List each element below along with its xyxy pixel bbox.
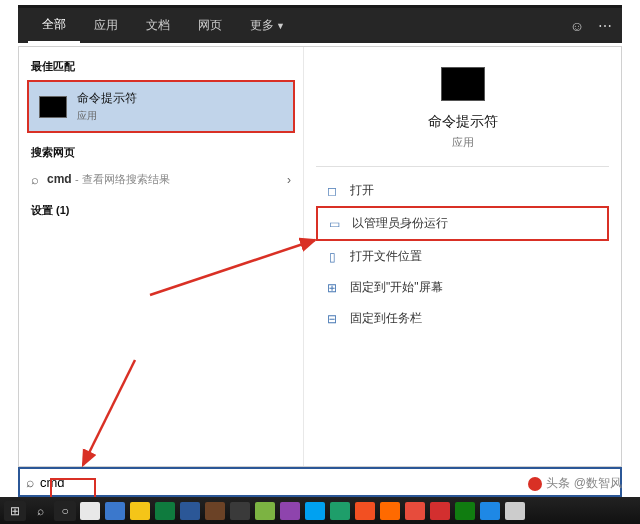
taskbar: ⊞ ⌕ ○	[0, 497, 640, 524]
taskbar-app-icon[interactable]	[229, 501, 251, 521]
cmd-app-icon	[39, 96, 67, 118]
attribution: 头条 @数智风	[528, 475, 622, 492]
search-input[interactable]	[40, 475, 100, 490]
best-match-subtitle: 应用	[77, 109, 137, 123]
section-settings: 设置 (1)	[19, 199, 303, 224]
section-best-match: 最佳匹配	[19, 55, 303, 80]
more-options-icon[interactable]: ⋯	[598, 18, 612, 34]
section-search-web: 搜索网页	[19, 141, 303, 166]
folder-icon: ▯	[324, 250, 340, 264]
taskbar-app-icon[interactable]	[379, 501, 401, 521]
cortana-icon[interactable]: ○	[54, 501, 76, 521]
taskbar-app-icon[interactable]	[254, 501, 276, 521]
actions-list: ◻打开 ▭以管理员身份运行 ▯打开文件位置 ⊞固定到"开始"屏幕 ⊟固定到任务栏	[316, 175, 609, 334]
results-right-pane: 命令提示符 应用 ◻打开 ▭以管理员身份运行 ▯打开文件位置 ⊞固定到"开始"屏…	[304, 47, 621, 466]
results-left-pane: 最佳匹配 命令提示符 应用 搜索网页 ⌕ cmd - 查看网络搜索结果 › 设置…	[19, 47, 304, 466]
open-icon: ◻	[324, 184, 340, 198]
admin-icon: ▭	[326, 217, 342, 231]
action-pin-start[interactable]: ⊞固定到"开始"屏幕	[316, 272, 609, 303]
divider	[316, 166, 609, 167]
tab-more[interactable]: 更多▼	[236, 9, 299, 42]
action-pin-taskbar[interactable]: ⊟固定到任务栏	[316, 303, 609, 334]
best-match-item[interactable]: 命令提示符 应用	[27, 80, 295, 133]
chevron-right-icon: ›	[287, 173, 291, 187]
taskbar-app-icon[interactable]	[329, 501, 351, 521]
taskbar-app-icon[interactable]	[104, 501, 126, 521]
taskbar-app-icon[interactable]	[279, 501, 301, 521]
pin-taskbar-icon: ⊟	[324, 312, 340, 326]
tab-all[interactable]: 全部	[28, 8, 80, 43]
taskbar-app-icon[interactable]	[479, 501, 501, 521]
taskbar-app-icon[interactable]	[204, 501, 226, 521]
taskbar-search-icon[interactable]: ⌕	[29, 501, 51, 521]
taskbar-app-icon[interactable]	[404, 501, 426, 521]
search-results-panel: 最佳匹配 命令提示符 应用 搜索网页 ⌕ cmd - 查看网络搜索结果 › 设置…	[18, 46, 622, 467]
search-icon: ⌕	[31, 172, 39, 187]
tab-apps[interactable]: 应用	[80, 9, 132, 42]
taskbar-app-icon[interactable]	[354, 501, 376, 521]
pin-start-icon: ⊞	[324, 281, 340, 295]
toutiao-logo-icon	[528, 477, 542, 491]
action-open-file-location[interactable]: ▯打开文件位置	[316, 241, 609, 272]
taskbar-app-icon[interactable]	[179, 501, 201, 521]
best-match-title: 命令提示符	[77, 90, 137, 107]
tab-docs[interactable]: 文档	[132, 9, 184, 42]
app-subtitle: 应用	[452, 135, 474, 150]
app-title: 命令提示符	[428, 113, 498, 131]
action-run-as-admin[interactable]: ▭以管理员身份运行	[316, 206, 609, 241]
tab-web[interactable]: 网页	[184, 9, 236, 42]
taskbar-app-icon[interactable]	[79, 501, 101, 521]
taskbar-app-icon[interactable]	[129, 501, 151, 521]
taskbar-app-icon[interactable]	[154, 501, 176, 521]
web-search-item[interactable]: ⌕ cmd - 查看网络搜索结果 ›	[19, 166, 303, 193]
taskbar-app-icon[interactable]	[504, 501, 526, 521]
feedback-icon[interactable]: ☺	[570, 18, 584, 34]
chevron-down-icon: ▼	[276, 21, 285, 31]
action-open[interactable]: ◻打开	[316, 175, 609, 206]
top-tab-bar: 全部 应用 文档 网页 更多▼ ☺ ⋯	[18, 5, 622, 43]
start-button[interactable]: ⊞	[4, 501, 26, 521]
taskbar-app-icon[interactable]	[454, 501, 476, 521]
taskbar-app-icon[interactable]	[304, 501, 326, 521]
taskbar-app-icon[interactable]	[429, 501, 451, 521]
search-icon: ⌕	[26, 474, 34, 490]
cmd-app-icon-large	[441, 67, 485, 101]
